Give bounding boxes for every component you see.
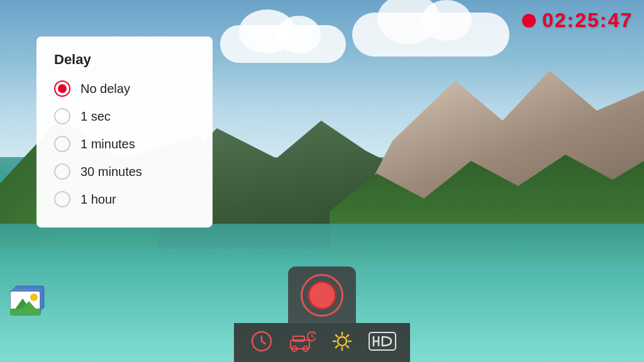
camera-delay-icon[interactable]	[288, 329, 316, 353]
radio-no-delay-inner	[58, 84, 67, 93]
record-button[interactable]	[301, 274, 343, 317]
svg-line-23	[347, 346, 348, 348]
radio-1hour[interactable]	[54, 191, 70, 207]
svg-line-22	[336, 335, 338, 337]
svg-point-5	[30, 293, 38, 301]
gallery-icon[interactable]	[10, 282, 49, 319]
svg-rect-6	[10, 309, 40, 315]
svg-line-25	[336, 346, 338, 348]
delay-option-no-delay-label: No delay	[80, 82, 130, 96]
svg-point-17	[338, 337, 347, 346]
delay-option-1hour[interactable]: 1 hour	[54, 191, 195, 207]
radio-no-delay[interactable]	[54, 80, 70, 97]
timer-display: 02:25:47	[542, 9, 633, 32]
delay-option-1sec-label: 1 sec	[80, 109, 111, 124]
radio-1sec[interactable]	[54, 108, 70, 124]
delay-option-1sec[interactable]: 1 sec	[54, 108, 195, 124]
cloud-1	[220, 25, 346, 63]
svg-line-9	[262, 341, 265, 344]
bottom-toolbar	[234, 266, 410, 362]
delay-option-30min[interactable]: 30 minutes	[54, 163, 195, 180]
clock-icon[interactable]	[248, 329, 275, 353]
cloud-2	[352, 13, 509, 57]
delay-option-1min[interactable]: 1 minutes	[54, 136, 195, 152]
delay-panel: Delay No delay 1 sec 1 minutes 30 minute…	[36, 36, 213, 228]
hd-icon[interactable]	[369, 329, 396, 353]
delay-option-1min-label: 1 minutes	[80, 137, 135, 151]
record-button-container	[288, 266, 356, 323]
svg-line-16	[312, 336, 314, 337]
delay-panel-title: Delay	[54, 52, 195, 68]
delay-option-30min-label: 30 minutes	[80, 165, 142, 179]
record-button-inner	[308, 281, 336, 310]
brightness-icon[interactable]	[328, 329, 356, 353]
svg-line-24	[347, 335, 348, 337]
radio-30min[interactable]	[54, 163, 70, 180]
recording-dot	[522, 14, 536, 28]
recording-timer: 02:25:47	[522, 9, 633, 32]
delay-option-no-delay[interactable]: No delay	[54, 80, 195, 97]
delay-option-1hour-label: 1 hour	[80, 192, 116, 207]
radio-1min[interactable]	[54, 136, 70, 152]
toolbar-icons-bar	[234, 323, 410, 362]
